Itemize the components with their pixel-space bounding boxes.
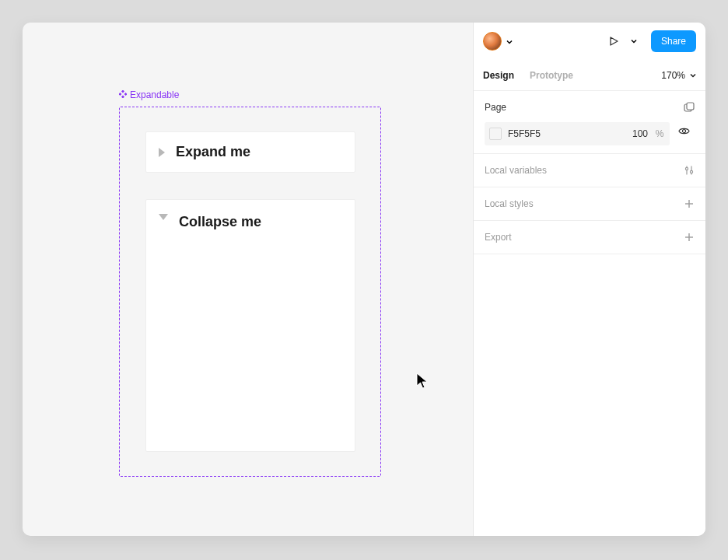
- toggle-visibility-button[interactable]: [673, 120, 695, 142]
- section-export-title: Export: [485, 232, 512, 243]
- avatar-chevron-icon[interactable]: [506, 34, 513, 48]
- canvas-area[interactable]: Expandable Expand me Collapse me: [23, 23, 473, 536]
- section-local-variables[interactable]: Local variables: [474, 154, 705, 187]
- page-background-color[interactable]: F5F5F5 100 %: [485, 122, 670, 145]
- color-opacity-unit: %: [654, 128, 665, 139]
- card-collapse-title: Collapse me: [179, 214, 261, 230]
- color-hex-value: F5F5F5: [508, 128, 620, 139]
- properties-panel: Share Design Prototype 170% Page F5F5F5: [473, 23, 705, 536]
- section-export[interactable]: Export: [474, 221, 705, 254]
- plus-icon[interactable]: [684, 232, 695, 243]
- frame-label-text: Expandable: [130, 89, 179, 100]
- app-window: Expandable Expand me Collapse me: [23, 23, 705, 536]
- plus-icon[interactable]: [684, 198, 695, 209]
- page-options-icon[interactable]: [684, 102, 695, 113]
- zoom-value: 170%: [661, 70, 685, 81]
- tab-design[interactable]: Design: [483, 70, 514, 81]
- component-icon: [119, 89, 127, 100]
- section-local-styles[interactable]: Local styles: [474, 187, 705, 221]
- svg-rect-2: [119, 93, 121, 96]
- card-expand[interactable]: Expand me: [145, 131, 355, 173]
- present-button[interactable]: [604, 32, 623, 51]
- svg-rect-0: [121, 90, 124, 93]
- panel-tabs: Design Prototype 170%: [474, 60, 705, 91]
- sliders-icon[interactable]: [684, 165, 695, 176]
- card-expand-title: Expand me: [176, 144, 250, 160]
- color-opacity-value: 100: [626, 128, 648, 139]
- color-swatch: [489, 128, 502, 140]
- svg-rect-5: [687, 103, 694, 110]
- avatar[interactable]: [483, 32, 502, 51]
- share-button[interactable]: Share: [651, 30, 696, 52]
- tab-prototype[interactable]: Prototype: [530, 70, 573, 81]
- svg-point-6: [682, 129, 685, 132]
- present-options-dropdown[interactable]: [628, 32, 640, 51]
- panel-toolbar: Share: [474, 23, 705, 60]
- zoom-control[interactable]: 170%: [661, 70, 696, 81]
- svg-rect-1: [121, 96, 124, 98]
- section-page: Page F5F5F5 100 %: [474, 91, 705, 154]
- mouse-cursor-icon: [416, 373, 430, 390]
- section-local-variables-title: Local variables: [485, 165, 547, 176]
- svg-rect-3: [124, 93, 127, 96]
- card-collapse[interactable]: Collapse me: [145, 199, 355, 452]
- chevron-down-icon: [690, 72, 696, 79]
- chevron-right-icon: [159, 148, 165, 157]
- svg-point-10: [690, 170, 692, 173]
- frame-label[interactable]: Expandable: [119, 89, 179, 100]
- svg-point-8: [685, 167, 688, 170]
- chevron-down-icon: [159, 214, 168, 220]
- section-page-title: Page: [485, 102, 506, 113]
- section-local-styles-title: Local styles: [485, 198, 534, 209]
